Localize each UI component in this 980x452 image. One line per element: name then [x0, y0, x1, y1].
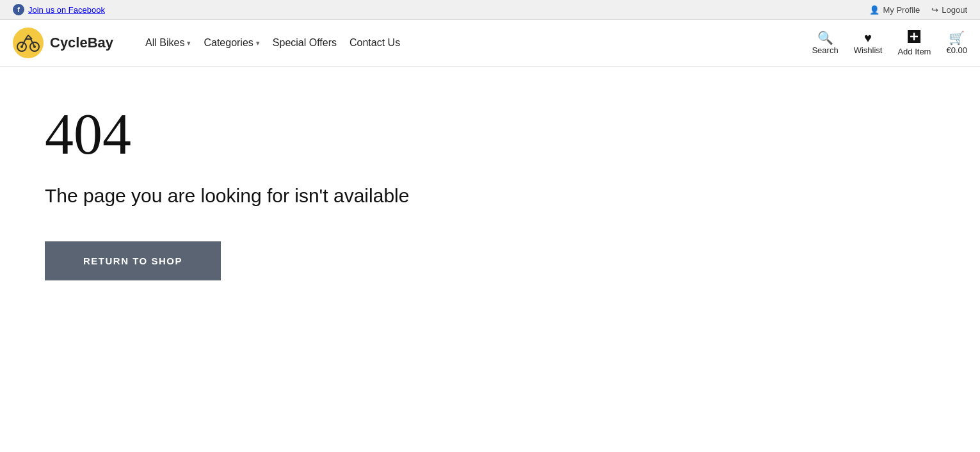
facebook-link[interactable]: Join us on Facebook [28, 5, 105, 15]
navbar: CycleBay All Bikes ▾ Categories ▾ Specia… [0, 20, 980, 67]
nav-links: All Bikes ▾ Categories ▾ Special Offers … [145, 37, 792, 49]
logout-link[interactable]: ↪ Logout [931, 5, 967, 15]
plus-icon [907, 29, 921, 45]
nav-special-offers[interactable]: Special Offers [273, 37, 337, 49]
error-message: The page you are looking for isn't avail… [45, 182, 442, 209]
return-to-shop-button[interactable]: RETURN TO SHOP [45, 241, 221, 280]
cart-action[interactable]: 🛒 €0.00 [946, 31, 967, 55]
svg-point-6 [33, 45, 36, 48]
search-icon: 🔍 [817, 31, 833, 44]
top-bar-right: 👤 My Profile ↪ Logout [869, 5, 967, 15]
heart-icon: ♥ [864, 31, 872, 44]
nav-all-bikes[interactable]: All Bikes ▾ [145, 37, 191, 49]
nav-actions: 🔍 Search ♥ Wishlist Add Item 🛒 €0.00 [812, 29, 967, 56]
top-bar-left: f Join us on Facebook [13, 4, 105, 15]
svg-point-0 [13, 28, 44, 58]
facebook-icon: f [13, 4, 24, 15]
logo[interactable]: CycleBay [13, 28, 113, 58]
my-profile-link[interactable]: 👤 My Profile [869, 5, 920, 15]
cart-icon: 🛒 [949, 31, 965, 44]
error-code: 404 [45, 106, 935, 163]
logo-icon [13, 28, 44, 58]
nav-categories[interactable]: Categories ▾ [204, 37, 259, 49]
chevron-down-icon: ▾ [187, 39, 191, 47]
logout-icon: ↪ [931, 5, 938, 15]
profile-icon: 👤 [869, 5, 880, 15]
chevron-down-icon: ▾ [256, 39, 260, 47]
main-content: 404 The page you are looking for isn't a… [0, 67, 980, 319]
top-bar: f Join us on Facebook 👤 My Profile ↪ Log… [0, 0, 980, 20]
nav-contact-us[interactable]: Contact Us [349, 37, 400, 49]
wishlist-action[interactable]: ♥ Wishlist [854, 31, 883, 55]
add-item-action[interactable]: Add Item [897, 29, 931, 56]
svg-point-5 [20, 45, 23, 48]
search-action[interactable]: 🔍 Search [812, 31, 838, 55]
